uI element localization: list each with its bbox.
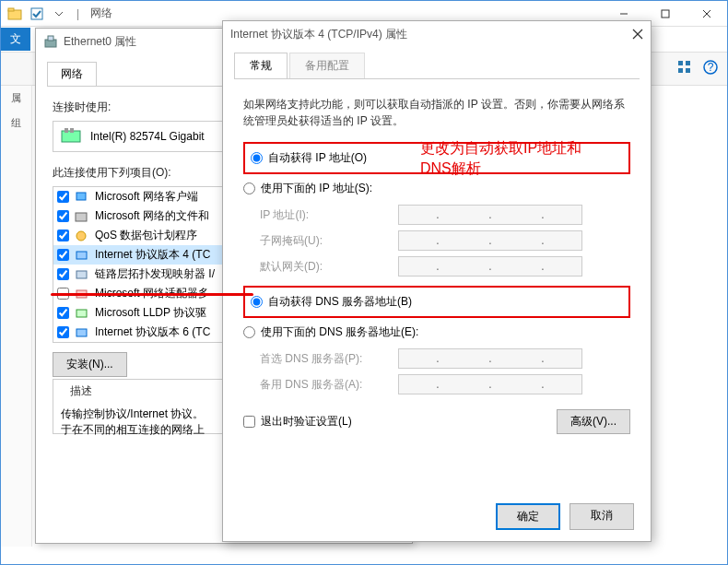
sidebar-item-2[interactable]: 组 (1, 111, 31, 135)
svg-rect-2 (31, 8, 42, 19)
item-checkbox[interactable] (57, 191, 69, 203)
svg-rect-10 (686, 68, 690, 73)
svg-rect-1 (8, 8, 14, 11)
explorer-title: 网络 (90, 6, 112, 21)
ok-button[interactable]: 确定 (496, 503, 560, 530)
ipv4-properties-dialog: Internet 协议版本 4 (TCP/IPv4) 属性 常规 备用配置 如果… (222, 20, 652, 542)
toolbar-grid-icon[interactable] (674, 56, 696, 78)
advanced-button[interactable]: 高级(V)... (557, 409, 630, 434)
svg-rect-17 (70, 128, 74, 133)
gateway-label: 默认网关(D): (260, 259, 398, 275)
validate-checkbox-row[interactable]: 退出时验证设置(L) (243, 414, 352, 430)
svg-rect-25 (76, 329, 87, 336)
description-label: 描述 (66, 384, 96, 397)
cancel-button[interactable]: 取消 (569, 503, 634, 530)
ipv4-titlebar: Internet 协议版本 4 (TCP/IPv4) 属性 (223, 21, 651, 47)
radio-auto-dns-input[interactable] (251, 296, 263, 308)
eth-tab-network[interactable]: 网络 (47, 62, 97, 86)
eth-title: Ethernet0 属性 (64, 34, 136, 50)
radio-auto-ip-input[interactable] (251, 152, 263, 164)
ethernet-icon (43, 34, 58, 49)
install-button[interactable]: 安装(N)... (53, 352, 127, 377)
service-icon (75, 210, 89, 223)
lldp-icon (75, 307, 89, 320)
sidebar-item-1[interactable]: 属 (1, 86, 31, 111)
pref-dns-label: 首选 DNS 服务器(P): (260, 351, 398, 367)
alt-dns-label: 备用 DNS 服务器(A): (260, 377, 398, 393)
item-checkbox[interactable] (57, 307, 69, 319)
qat-checkbox-icon[interactable] (27, 4, 47, 24)
svg-rect-16 (65, 128, 68, 133)
tab-general[interactable]: 常规 (234, 53, 288, 78)
svg-rect-24 (76, 310, 87, 317)
alt-dns-field: ... (398, 374, 582, 394)
radio-manual-dns-input[interactable] (243, 326, 255, 338)
ipv4-close-button[interactable] (632, 29, 643, 40)
svg-rect-21 (76, 252, 87, 259)
annotation-box-dns: 自动获得 DNS 服务器地址(B) (243, 286, 630, 318)
radio-manual-ip[interactable]: 使用下面的 IP 地址(S): (243, 178, 630, 199)
svg-rect-8 (686, 61, 690, 65)
protocol-icon (75, 326, 89, 339)
ip-address-label: IP 地址(I): (260, 207, 398, 223)
explorer-sidebar: 属 组 (1, 86, 32, 547)
ribbon-file-tab[interactable]: 文 (1, 28, 30, 51)
adapter-name: Intel(R) 82574L Gigabit (90, 130, 205, 143)
item-checkbox[interactable] (57, 249, 69, 261)
svg-rect-4 (662, 10, 669, 18)
ipv4-title: Internet 协议版本 4 (TCP/IPv4) 属性 (230, 27, 407, 42)
pref-dns-field: ... (398, 348, 582, 369)
tab-alternate[interactable]: 备用配置 (289, 53, 365, 78)
svg-point-20 (76, 231, 86, 241)
lltd-icon (75, 268, 89, 281)
svg-text:?: ? (708, 61, 714, 74)
adapter-icon (61, 127, 83, 146)
item-checkbox[interactable] (57, 326, 69, 338)
svg-rect-7 (678, 61, 683, 65)
annotation-text: 更改为自动获取IP地址和DNS解析 (420, 138, 605, 180)
gateway-field: ... (398, 256, 582, 277)
radio-manual-ip-input[interactable] (243, 182, 255, 194)
protocol-icon (75, 249, 89, 262)
ipv4-tabstrip: 常规 备用配置 (234, 53, 640, 79)
svg-rect-22 (76, 271, 87, 278)
svg-rect-19 (76, 213, 87, 221)
client-icon (75, 191, 89, 204)
item-checkbox[interactable] (57, 268, 69, 280)
validate-checkbox[interactable] (243, 416, 255, 428)
item-checkbox[interactable] (57, 230, 69, 241)
svg-rect-9 (678, 68, 683, 73)
toolbar-help-icon[interactable]: ? (699, 56, 722, 78)
svg-rect-14 (48, 36, 53, 41)
subnet-label: 子网掩码(U): (260, 233, 398, 249)
explorer-close-button[interactable] (686, 1, 727, 27)
annotation-underline (51, 293, 253, 296)
subnet-field: ... (398, 230, 582, 251)
qat-folder-icon[interactable] (5, 4, 25, 24)
svg-rect-18 (76, 193, 86, 200)
radio-auto-dns[interactable]: 自动获得 DNS 服务器地址(B) (251, 291, 623, 312)
item-checkbox[interactable] (57, 210, 69, 222)
ip-address-field: ... (398, 205, 582, 225)
radio-manual-dns[interactable]: 使用下面的 DNS 服务器地址(E): (243, 322, 630, 343)
qat-dropdown-icon[interactable] (49, 4, 69, 24)
qos-icon (75, 230, 89, 242)
help-text: 如果网络支持此功能，则可以获取自动指派的 IP 设置。否则，你需要从网络系统管理… (243, 96, 630, 129)
